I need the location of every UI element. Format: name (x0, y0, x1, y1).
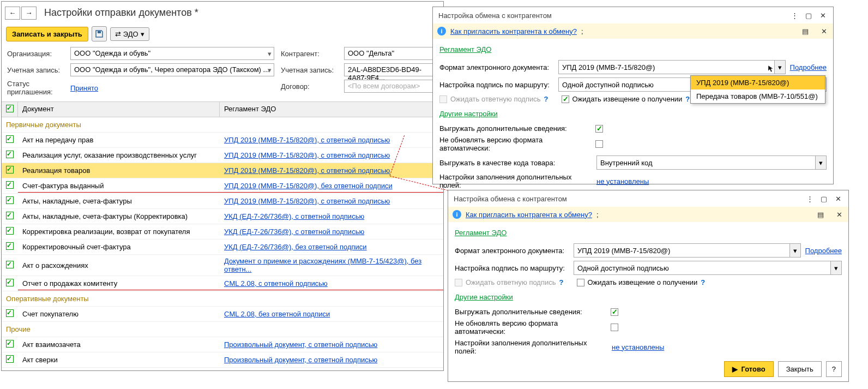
export-info-checkbox[interactable] (595, 125, 603, 133)
dropdown-option[interactable]: УПД 2019 (ММВ-7-15/820@) (691, 76, 825, 89)
row-checkbox[interactable] (6, 151, 14, 158)
help-icon[interactable]: ? (685, 95, 690, 103)
doc-cell: Акт на передачу прав (18, 134, 220, 146)
table-row[interactable]: Корректировка реализации, возврат от пок… (2, 224, 443, 240)
export-info-label: Выгружать дополнительные сведения: (455, 308, 607, 316)
org-input[interactable]: ООО "Одежда и обувь"▾ (70, 47, 274, 60)
reglament-link[interactable]: CML 2.08, с ответной подписью (224, 279, 328, 288)
no-auto-update-checkbox[interactable] (595, 140, 603, 148)
fill-settings-link[interactable]: не установлены (596, 177, 649, 185)
row-checkbox[interactable] (6, 261, 14, 268)
other-settings-section[interactable]: Другие настройки (439, 110, 498, 118)
chevron-down-icon[interactable]: ▾ (774, 61, 785, 74)
maximize-icon[interactable]: ▢ (804, 10, 813, 20)
edo-dropdown-button[interactable]: ⇄ ЭДО ▾ (110, 27, 149, 41)
table-row[interactable]: Акты, накладные, счета-фактуры (Корректи… (2, 209, 443, 224)
save-and-close-button[interactable]: Записать и закрыть (6, 27, 88, 41)
table-row[interactable]: Акт на передачу правУПД 2019 (ММВ-7-15/8… (2, 133, 443, 148)
table-row[interactable]: Акты, накладные, счета-фактурыУПД 2019 (… (2, 194, 443, 209)
other-settings-section[interactable]: Другие настройки (455, 293, 513, 301)
doc-cell: Реализация услуг, оказание производствен… (18, 149, 220, 161)
fill-settings-label: Настройки заполнения дополнительных поле… (455, 339, 607, 355)
table-row[interactable]: Корректировочный счет-фактураУКД (ЕД-7-2… (2, 240, 443, 255)
table-row[interactable]: Акт о расхожденияхДокумент о приемке и р… (2, 255, 443, 276)
reglament-section[interactable]: Регламент ЭДО (455, 229, 507, 237)
format-dropdown[interactable]: УПД 2019 (ММВ-7-15/820@) ▾ (558, 60, 786, 74)
table-row[interactable]: Акт взаимозачетаПроизвольный документ, с… (2, 337, 443, 352)
reglament-link[interactable]: УКД (ЕД-7-26/736@), с ответной подписью (224, 212, 364, 220)
table-row[interactable]: Счет покупателюCML 2.08, без ответной по… (2, 307, 443, 322)
row-checkbox[interactable] (6, 166, 14, 173)
help-icon[interactable]: ? (559, 278, 564, 286)
format-label: Формат электронного документа: (439, 63, 554, 71)
export-info-checkbox[interactable] (611, 308, 618, 316)
chevron-down-icon[interactable]: ▾ (815, 156, 826, 169)
row-checkbox[interactable] (6, 242, 14, 250)
close-button[interactable]: Закрыть (778, 361, 822, 377)
export-code-dropdown[interactable]: Внутренний код ▾ (596, 155, 827, 170)
counter-input[interactable]: ООО "Дельта" (344, 47, 438, 60)
reglament-link[interactable]: УПД 2019 (ММВ-7-15/820@), без ответной п… (224, 182, 393, 190)
details-icon[interactable]: ▤ (816, 210, 825, 219)
chevron-down-icon[interactable]: ▾ (830, 261, 841, 274)
no-auto-update-checkbox[interactable] (611, 324, 618, 331)
account-input[interactable]: ООО "Одежда и обувь", Через оператора ЭД… (70, 63, 274, 76)
more-link[interactable]: Подробнее (805, 247, 842, 255)
wait-notice-checkbox[interactable] (562, 95, 569, 103)
reglament-link[interactable]: Произвольный документ, с ответной подпис… (224, 340, 377, 349)
more-link[interactable]: Подробнее (790, 63, 827, 71)
menu-icon[interactable]: ⋮ (805, 194, 815, 204)
table-row[interactable]: Отчет о продажах комитентуCML 2.08, с от… (2, 276, 443, 291)
col-checkbox[interactable] (2, 102, 18, 117)
contract-input[interactable]: <По всем договорам> (344, 80, 438, 93)
reglament-link[interactable]: Документ о приемке и расхождениях (ММВ-7… (224, 257, 421, 273)
row-checkbox[interactable] (6, 355, 14, 363)
table-row[interactable]: Реализация товаровУПД 2019 (ММВ-7-15/820… (2, 163, 443, 178)
row-checkbox[interactable] (6, 135, 14, 143)
row-checkbox[interactable] (6, 181, 14, 189)
table-row[interactable]: Акт сверкиПроизвольный документ, с ответ… (2, 352, 443, 368)
table-row[interactable]: Счет-фактура выданныйУПД 2019 (ММВ-7-15/… (2, 178, 443, 194)
reglament-link[interactable]: УКД (ЕД-7-26/736@), с ответной подписью (224, 228, 364, 236)
row-checkbox[interactable] (6, 212, 14, 219)
info-close-icon[interactable]: ✕ (819, 26, 829, 36)
route-dropdown[interactable]: Одной доступной подписью ▾ (574, 261, 842, 275)
dropdown-option[interactable]: Передача товаров (ММВ-7-10/551@) (691, 89, 825, 103)
maximize-icon[interactable]: ▢ (819, 194, 829, 204)
status-link[interactable]: Принято (70, 84, 98, 92)
invite-link[interactable]: Как пригласить контрагента к обмену? (466, 211, 592, 219)
row-checkbox[interactable] (6, 340, 14, 348)
reglament-section[interactable]: Регламент ЭДО (439, 45, 491, 53)
menu-icon[interactable]: ⋮ (789, 10, 799, 20)
details-icon[interactable]: ▤ (800, 26, 810, 36)
nav-fwd-button[interactable]: → (21, 7, 37, 20)
row-checkbox[interactable] (6, 196, 14, 204)
reglament-link[interactable]: УПД 2019 (ММВ-7-15/820@), с ответной под… (224, 166, 390, 175)
reglament-link[interactable]: УПД 2019 (ММВ-7-15/820@), с ответной под… (224, 151, 390, 159)
help-icon[interactable]: ? (701, 278, 705, 286)
table-row[interactable]: Реализация услуг, оказание производствен… (2, 148, 443, 163)
row-checkbox[interactable] (6, 279, 14, 286)
row-checkbox[interactable] (6, 227, 14, 235)
invite-link[interactable]: Как пригласить контрагента к обмену? (450, 27, 577, 35)
close-icon[interactable]: ✕ (818, 10, 828, 20)
info-close-icon[interactable]: ✕ (834, 210, 844, 219)
fill-settings-link[interactable]: не установлены (612, 343, 664, 351)
format-dropdown[interactable]: УПД 2019 (ММВ-7-15/820@) ▾ (574, 243, 801, 258)
reglament-link[interactable]: УКД (ЕД-7-26/736@), без ответной подписи (224, 243, 367, 251)
account2-input[interactable]: 2AL-AB8DE3D6-BD49-4A87-9F4... (344, 63, 438, 76)
help-button[interactable]: ? (826, 361, 842, 377)
chevron-down-icon[interactable]: ▾ (789, 244, 800, 257)
reglament-link[interactable]: CML 2.08, без ответной подписи (224, 310, 330, 318)
save-icon-button[interactable] (92, 26, 107, 41)
reglament-link[interactable]: УПД 2019 (ММВ-7-15/820@), с ответной под… (224, 197, 390, 205)
reglament-link[interactable]: Произвольный документ, с ответной подпис… (224, 356, 377, 364)
row-checkbox[interactable] (6, 309, 14, 317)
doc-cell: Акт о расхождениях (18, 259, 220, 272)
close-icon[interactable]: ✕ (833, 194, 843, 204)
reglament-link[interactable]: УПД 2019 (ММВ-7-15/820@), с ответной под… (224, 136, 390, 144)
wait-notice-checkbox[interactable] (577, 279, 584, 286)
help-icon[interactable]: ? (544, 95, 548, 103)
nav-back-button[interactable]: ← (5, 7, 20, 20)
ready-button[interactable]: ▶Готово (724, 361, 773, 377)
